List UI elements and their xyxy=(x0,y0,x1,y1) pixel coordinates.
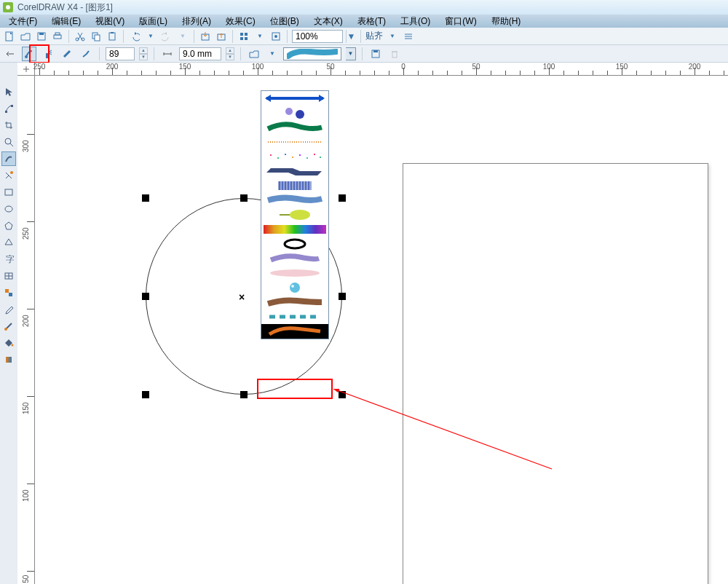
welcome-icon[interactable] xyxy=(269,30,282,43)
stroke-style-preview[interactable] xyxy=(283,47,341,60)
stroke-option-spheres[interactable] xyxy=(261,106,328,120)
stroke-width-input[interactable]: 9.0 mm xyxy=(179,47,221,60)
menu-table[interactable]: 表格(T) xyxy=(350,15,393,28)
stroke-option-bulb[interactable] xyxy=(261,208,328,222)
stroke-option-brown[interactable] xyxy=(261,295,328,309)
undo-icon[interactable] xyxy=(128,30,141,43)
interactive-fill-tool-icon[interactable] xyxy=(1,352,16,367)
stroke-option-arrow[interactable] xyxy=(261,91,328,106)
stroke-option-pink[interactable] xyxy=(261,266,328,280)
outline-tool-icon[interactable] xyxy=(1,319,16,334)
stroke-option-purple[interactable] xyxy=(261,251,328,266)
zoom-tool-icon[interactable] xyxy=(1,135,16,149)
rectangle-tool-icon[interactable] xyxy=(1,185,16,200)
snap-label[interactable]: 贴齐 xyxy=(365,30,383,42)
polygon-tool-icon[interactable] xyxy=(1,218,16,233)
ruler-horizontal[interactable]: 25020015010050050100150200 xyxy=(35,63,728,76)
app-launcher-dropdown-icon[interactable]: ▼ xyxy=(253,30,266,43)
stroke-option-3dband[interactable] xyxy=(261,164,328,178)
import-icon[interactable] xyxy=(199,30,212,43)
svg-text:字: 字 xyxy=(6,254,14,264)
menu-layout[interactable]: 版面(L) xyxy=(132,15,175,28)
handle-e[interactable] xyxy=(339,293,346,300)
redo-dropdown-icon[interactable]: ▼ xyxy=(176,30,189,43)
browse-icon[interactable] xyxy=(247,47,261,61)
pick-tool-icon[interactable] xyxy=(1,84,16,99)
stroke-option-rainbow[interactable] xyxy=(261,222,328,237)
new-icon[interactable] xyxy=(3,30,16,43)
open-icon[interactable] xyxy=(19,30,32,43)
menu-edit[interactable]: 编辑(E) xyxy=(44,15,88,28)
shape-tool-icon[interactable] xyxy=(1,101,16,116)
text-tool-icon[interactable]: 字 xyxy=(1,252,16,267)
handle-s[interactable] xyxy=(240,391,248,398)
menu-help[interactable]: 帮助(H) xyxy=(484,15,529,28)
handle-se[interactable] xyxy=(339,391,346,398)
menu-arrange[interactable]: 排列(A) xyxy=(175,15,218,28)
eyedropper-tool-icon[interactable] xyxy=(1,302,16,317)
stroke-style-dropdown-icon[interactable]: ▼ xyxy=(346,47,356,60)
interactive-tool-icon[interactable] xyxy=(1,285,16,300)
browse-dropdown-icon[interactable]: ▼ xyxy=(266,47,279,60)
menu-file[interactable]: 文件(F) xyxy=(1,15,44,28)
handle-w[interactable] xyxy=(142,293,149,300)
handle-sw[interactable] xyxy=(142,391,149,398)
menu-text[interactable]: 文本(X) xyxy=(306,15,350,28)
copy-icon[interactable] xyxy=(90,30,103,43)
pressure-mode-icon[interactable] xyxy=(79,47,93,61)
workspace: 字 25020015010050050100150200 30025020015… xyxy=(0,63,728,584)
ruler-origin-icon[interactable] xyxy=(17,63,35,76)
handle-ne[interactable] xyxy=(339,194,346,202)
crop-tool-icon[interactable] xyxy=(1,118,16,133)
table-tool-icon[interactable] xyxy=(1,269,16,283)
print-icon[interactable] xyxy=(51,30,64,43)
stroke-option-teal[interactable] xyxy=(261,309,328,324)
cut-icon[interactable] xyxy=(74,30,87,43)
brush-mode-icon[interactable] xyxy=(22,47,36,61)
smoothing-spinner[interactable]: ▲▼ xyxy=(139,47,148,60)
menu-bitmap[interactable]: 位图(B) xyxy=(263,15,306,28)
save-icon[interactable] xyxy=(35,30,48,43)
freehand-tool-icon[interactable] xyxy=(1,151,16,166)
fill-tool-icon[interactable] xyxy=(1,336,16,350)
undo-dropdown-icon[interactable]: ▼ xyxy=(144,30,157,43)
calligraphic-mode-icon[interactable] xyxy=(60,47,74,61)
zoom-level-input[interactable]: 100% xyxy=(292,30,343,43)
menu-tools[interactable]: 工具(O) xyxy=(393,15,438,28)
menu-effects[interactable]: 效果(C) xyxy=(218,15,263,28)
menu-window[interactable]: 窗口(W) xyxy=(438,15,483,28)
stroke-option-ring[interactable] xyxy=(261,237,328,251)
width-spinner[interactable]: ▲▼ xyxy=(226,47,234,60)
export-icon[interactable] xyxy=(215,30,228,43)
options-icon[interactable] xyxy=(402,30,415,43)
save-stroke-icon[interactable] xyxy=(368,47,383,61)
ellipse-tool-icon[interactable] xyxy=(1,202,16,216)
svg-point-44 xyxy=(306,157,308,159)
stroke-option-bluelens[interactable] xyxy=(261,280,328,295)
stroke-option-orange[interactable] xyxy=(261,135,328,149)
handle-n[interactable] xyxy=(240,194,248,202)
divider xyxy=(287,30,288,43)
sprayer-mode-icon[interactable] xyxy=(41,47,55,61)
delete-stroke-icon[interactable] xyxy=(387,47,402,61)
svg-rect-28 xyxy=(5,189,12,195)
stroke-option-bluespray[interactable] xyxy=(261,193,328,208)
divider xyxy=(240,47,241,60)
ruler-vertical[interactable]: 30025020015010050 xyxy=(17,76,35,584)
stroke-option-confetti[interactable] xyxy=(261,149,328,164)
canvas[interactable]: × xyxy=(35,76,728,584)
smart-fill-tool-icon[interactable] xyxy=(1,168,16,183)
paste-icon[interactable] xyxy=(106,30,119,43)
menu-view[interactable]: 视图(V) xyxy=(88,15,132,28)
zoom-dropdown-icon[interactable]: ▼ xyxy=(346,30,356,43)
snap-dropdown-icon[interactable]: ▼ xyxy=(386,30,399,43)
freehand-smoothing-input[interactable]: 89 xyxy=(106,47,135,60)
stroke-option-green[interactable] xyxy=(261,120,328,135)
handle-nw[interactable] xyxy=(142,194,149,202)
basic-shapes-tool-icon[interactable] xyxy=(1,235,16,250)
stroke-option-fire[interactable] xyxy=(261,324,328,339)
stroke-option-hatch[interactable] xyxy=(261,178,328,193)
preset-mode-icon[interactable] xyxy=(3,47,17,61)
app-launcher-icon[interactable] xyxy=(237,30,250,43)
redo-icon[interactable] xyxy=(160,30,173,43)
